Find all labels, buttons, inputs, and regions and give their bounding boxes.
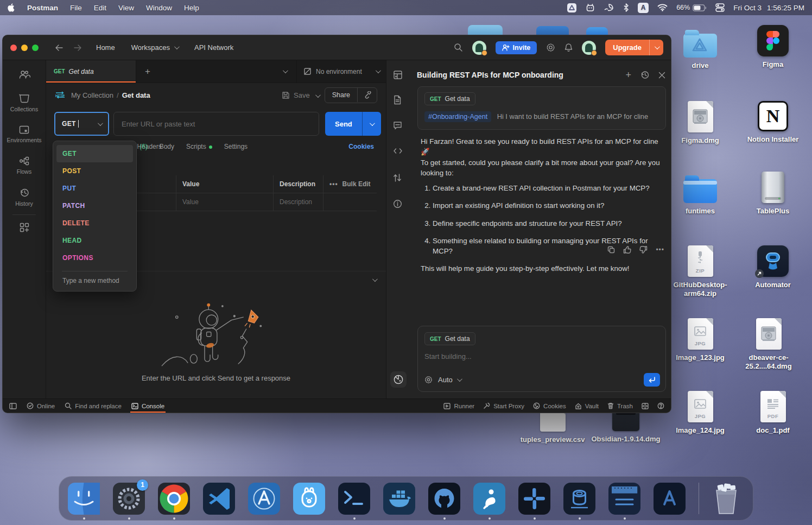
settings-gear-icon[interactable] bbox=[546, 43, 555, 52]
thumbs-down-icon[interactable] bbox=[639, 246, 648, 254]
save-button[interactable]: Save bbox=[282, 91, 310, 99]
close-window-button[interactable] bbox=[10, 45, 17, 51]
panel-document-icon[interactable] bbox=[393, 95, 402, 105]
panel-info-icon[interactable] bbox=[393, 199, 402, 208]
invite-button[interactable]: Invite bbox=[496, 41, 537, 54]
start-proxy-button[interactable]: Start Proxy bbox=[483, 402, 524, 409]
copy-link-icon[interactable] bbox=[358, 88, 377, 103]
zoom-window-button[interactable] bbox=[32, 45, 39, 51]
breadcrumb-request[interactable]: Get data bbox=[122, 91, 150, 99]
menu-window[interactable]: Window bbox=[146, 4, 172, 12]
sidebar-item-flows[interactable]: Flows bbox=[3, 156, 46, 175]
menu-clock[interactable]: Fri Oct 3 1:56:25 PM bbox=[733, 4, 804, 12]
agent-tag-chip[interactable]: #Onboarding-Agent bbox=[424, 111, 491, 122]
leaf-hand-status-icon[interactable] bbox=[604, 3, 614, 12]
dock-vscode[interactable] bbox=[203, 483, 235, 515]
dock-developer-app[interactable] bbox=[654, 483, 686, 515]
url-input[interactable]: Enter URL or paste text bbox=[113, 112, 319, 136]
method-option-delete[interactable]: DELETE bbox=[56, 214, 133, 232]
new-tab-button[interactable]: + bbox=[136, 60, 159, 83]
thumbs-up-icon[interactable] bbox=[623, 246, 631, 254]
cell-value[interactable]: Value bbox=[176, 193, 273, 211]
method-option-options[interactable]: OPTIONS bbox=[56, 249, 133, 267]
method-option-get[interactable]: GET bbox=[56, 145, 133, 162]
sidebar-item-environments[interactable]: Environments bbox=[3, 125, 46, 143]
close-panel-icon[interactable] bbox=[658, 72, 665, 79]
breadcrumb-collection[interactable]: My Collection bbox=[71, 91, 113, 99]
dock-docker[interactable] bbox=[383, 483, 415, 515]
tab-body[interactable]: Body bbox=[160, 143, 174, 150]
postbot-icon[interactable] bbox=[390, 371, 407, 388]
notifications-bell-icon[interactable] bbox=[564, 43, 573, 52]
team-avatar[interactable] bbox=[472, 41, 486, 55]
runner-button[interactable]: Runner bbox=[443, 403, 474, 409]
dock-trash[interactable] bbox=[712, 483, 744, 515]
apple-menu-icon[interactable] bbox=[8, 3, 15, 12]
find-and-replace[interactable]: Find and replace bbox=[65, 402, 122, 409]
menu-help[interactable]: Help bbox=[184, 4, 199, 12]
trash-button[interactable]: Trash bbox=[607, 402, 633, 409]
response-collapse-chevron[interactable] bbox=[372, 275, 376, 283]
new-chat-icon[interactable]: + bbox=[625, 69, 631, 81]
headers-count[interactable]: (6) bbox=[139, 143, 148, 150]
desktop-icon-figma-dmg[interactable]: Figma.dmg bbox=[663, 101, 737, 145]
tab-get-data[interactable]: GET Get data bbox=[46, 60, 136, 83]
composer-request-chip[interactable]: GET Get data bbox=[424, 332, 475, 345]
save-options-chevron[interactable] bbox=[315, 91, 319, 99]
wifi-icon[interactable] bbox=[657, 4, 668, 11]
tab-settings[interactable]: Settings bbox=[224, 143, 248, 150]
panel-table-icon[interactable] bbox=[393, 70, 403, 80]
menu-view[interactable]: View bbox=[118, 4, 134, 12]
desktop-icon-tuples-csv[interactable]: tuples_preview.csv bbox=[516, 408, 589, 444]
composer-send-button[interactable] bbox=[644, 373, 660, 387]
bluetooth-icon[interactable] bbox=[623, 3, 629, 12]
desktop-icon-tableplus[interactable]: TablePlus bbox=[736, 172, 810, 216]
method-input[interactable]: GET bbox=[54, 112, 109, 136]
desktop-icon-drive[interactable]: drive bbox=[663, 28, 737, 70]
upgrade-chevron[interactable] bbox=[649, 40, 663, 55]
dock-github[interactable] bbox=[428, 483, 460, 515]
nav-home[interactable]: Home bbox=[96, 43, 115, 52]
back-button[interactable] bbox=[55, 44, 64, 52]
menu-file[interactable]: File bbox=[70, 4, 82, 12]
copy-reply-icon[interactable] bbox=[607, 246, 615, 254]
desktop-icon-image-124[interactable]: JPG Image_124.jpg bbox=[663, 391, 737, 435]
upgrade-button[interactable]: Upgrade bbox=[605, 40, 663, 55]
desktop-icon-dbeaver-dmg[interactable]: dbeaver-ce-25.2....64.dmg bbox=[732, 318, 805, 371]
app-box-status-icon[interactable] bbox=[567, 3, 577, 13]
dock-postman[interactable] bbox=[473, 483, 505, 515]
environment-selector[interactable]: No environment bbox=[296, 60, 386, 83]
desktop-icon-image-123[interactable]: JPG Image_123.jpg bbox=[663, 318, 737, 362]
sidebar-item-collections[interactable]: Collections bbox=[3, 94, 46, 112]
panel-swap-arrows-icon[interactable] bbox=[393, 173, 402, 182]
dock-chrome[interactable] bbox=[158, 483, 190, 515]
request-chip[interactable]: GET Get data bbox=[424, 92, 475, 105]
tab-scripts[interactable]: Scripts bbox=[186, 143, 212, 150]
desktop-icon-funtimes[interactable]: funtimes bbox=[663, 174, 737, 216]
forward-button[interactable] bbox=[73, 44, 82, 52]
desktop-icon-notion-installer[interactable]: N Notion Installer bbox=[736, 101, 810, 144]
search-icon[interactable] bbox=[454, 43, 463, 52]
input-source-icon[interactable]: A bbox=[638, 3, 649, 13]
cookies-link[interactable]: Cookies bbox=[348, 143, 374, 150]
reply-more-icon[interactable]: ••• bbox=[656, 246, 664, 254]
composer-mode-selector[interactable]: Auto bbox=[438, 376, 461, 384]
dock-slack[interactable] bbox=[518, 483, 550, 515]
send-options-chevron[interactable] bbox=[363, 112, 381, 136]
method-option-put[interactable]: PUT bbox=[56, 180, 133, 197]
dock-lens-app[interactable] bbox=[563, 483, 595, 515]
sidebar-add-module-button[interactable] bbox=[3, 223, 46, 232]
tab-list-chevron[interactable] bbox=[273, 60, 296, 83]
dock-finder[interactable] bbox=[68, 483, 100, 515]
composer-settings-icon[interactable] bbox=[424, 376, 433, 384]
chat-history-icon[interactable] bbox=[640, 71, 649, 79]
split-pane-icon[interactable] bbox=[642, 403, 649, 409]
dock-ollama[interactable] bbox=[293, 483, 325, 515]
dock-terminal[interactable] bbox=[338, 483, 370, 515]
desktop-icon-githubdesktop-zip[interactable]: ZIP GitHubDesktop-arm64.zip bbox=[663, 245, 737, 299]
online-status[interactable]: Online bbox=[27, 402, 55, 409]
method-option-patch[interactable]: PATCH bbox=[56, 197, 133, 214]
nav-api-network[interactable]: API Network bbox=[194, 43, 233, 52]
assistant-status-icon[interactable] bbox=[586, 3, 595, 12]
share-button[interactable]: Share bbox=[325, 87, 377, 103]
